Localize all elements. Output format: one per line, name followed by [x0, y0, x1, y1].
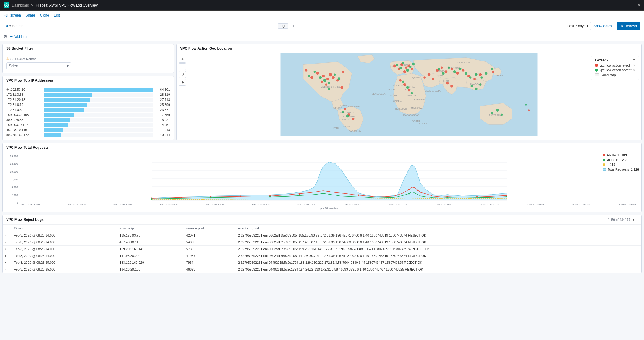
svg-point-146 [408, 193, 410, 195]
share-link[interactable]: Share [26, 13, 35, 17]
ip-row: 172.31.20.131 27,113 [6, 98, 170, 102]
refresh-icon: ↻ [620, 24, 623, 28]
time-range-chevron-icon: ▾ [587, 24, 588, 28]
time-cell: Feb 3, 2020 @ 08:25:25.000 [12, 266, 117, 273]
ip-address: 172.31.0.6 [6, 108, 42, 111]
legend-accept-close-icon[interactable]: × [633, 68, 635, 72]
svg-point-132 [299, 193, 300, 195]
time-range-picker[interactable]: Last 7 days ▾ [565, 22, 591, 30]
edit-link[interactable]: Edit [54, 13, 60, 17]
legend-menu-icon[interactable]: ≡ [633, 58, 635, 62]
ip-count: 10,244 [155, 133, 170, 137]
hash-icon[interactable]: # [6, 24, 8, 28]
expand-col-header [3, 225, 12, 232]
svg-point-133 [329, 191, 330, 192]
map-zoom-out-button[interactable]: − [179, 63, 186, 70]
svg-point-109 [479, 83, 482, 86]
row-expand-button[interactable]: › [3, 232, 12, 239]
field-chevron-icon[interactable]: ▾ [9, 24, 11, 27]
table-row: › Feb 3, 2020 @ 08:26:14.000 141.98.80.2… [3, 252, 641, 259]
settings-icon[interactable]: ⚙ [4, 34, 7, 39]
ip-bar-container [44, 133, 153, 137]
row-expand-button[interactable]: › [3, 252, 12, 259]
svg-point-130 [240, 196, 241, 197]
sort-icon: ↑ [22, 227, 24, 230]
ip-count: 28,319 [155, 93, 170, 96]
row-expand-button[interactable]: › [3, 259, 12, 266]
legend-reject: vpc flow action reject × [595, 64, 635, 67]
svg-point-119 [528, 109, 530, 111]
svg-point-95 [412, 63, 415, 66]
svg-point-76 [352, 118, 355, 120]
map-reset-button[interactable]: ↺ [179, 71, 186, 78]
add-filter-button[interactable]: + + Add filter [10, 35, 27, 39]
time-col-header[interactable]: Time ↑ [12, 225, 117, 232]
ip-bar [44, 108, 84, 112]
ip-address: 94.102.53.10 [6, 88, 42, 91]
clone-link[interactable]: Clone [40, 13, 49, 17]
svg-text:SAUDI ARABIA: SAUDI ARABIA [425, 90, 441, 92]
svg-point-107 [471, 85, 473, 87]
svg-point-148 [506, 196, 507, 197]
ips-panel: VPC Flow Top IP Addresses 94.102.53.10 6… [2, 76, 174, 140]
svg-point-43 [326, 78, 329, 80]
svg-point-92 [402, 62, 404, 64]
map-panel-title: VPC Flow Action Geo Location [180, 46, 638, 51]
logs-header: VPC Flow Reject Logs 1–50 of 434177 ‹ › [3, 215, 641, 225]
kql-badge[interactable]: KQL [278, 23, 288, 29]
source-port-col-header[interactable]: source.port [184, 225, 236, 232]
search-field[interactable]: # ▾ [4, 22, 275, 30]
ip-row: 89.248.162.172 10,244 [6, 133, 170, 137]
ip-row: 159.203.39.198 17,859 [6, 113, 170, 117]
s3-panel-header: S3 Bucket Filter [3, 44, 174, 53]
ip-address: 172.31.3.58 [6, 93, 42, 96]
s3-select[interactable]: Select... ▾ [6, 62, 71, 69]
search-input[interactable] [12, 24, 273, 28]
row-expand-button[interactable]: › [3, 266, 12, 273]
event-cell: 2 627959692251 eni-0602af165e359105f 185… [236, 232, 641, 239]
next-page-button[interactable]: › [636, 217, 638, 222]
s3-bucket-panel: S3 Bucket Filter ⚠ S3 Bucket Names Selec… [2, 44, 174, 73]
svg-point-116 [406, 86, 409, 89]
map-panel: VPC Flow Action Geo Location + − ↺ ⊕ [176, 44, 642, 140]
time-cell: Feb 3, 2020 @ 08:26:14.000 [12, 246, 117, 252]
prev-page-button[interactable]: ‹ [633, 217, 634, 222]
map-zoom-in-button[interactable]: + [179, 56, 186, 63]
svg-point-113 [342, 111, 344, 113]
filter-icon[interactable]: ⬡ [291, 24, 294, 28]
close-button[interactable]: × [638, 3, 640, 8]
source-ip-col-header[interactable]: source.ip [117, 225, 184, 232]
svg-point-137 [417, 190, 419, 191]
ip-bar-container [44, 118, 153, 122]
row-expand-button[interactable]: › [3, 246, 12, 252]
svg-point-91 [399, 67, 402, 69]
svg-point-110 [491, 112, 493, 114]
svg-point-105 [485, 72, 488, 75]
show-dates-button[interactable]: Show dates [593, 24, 612, 28]
svg-point-66 [462, 69, 465, 72]
svg-point-134 [358, 195, 360, 196]
event-original-col-header[interactable]: event.original [236, 225, 641, 232]
per-label: per 60 minutes [20, 207, 638, 210]
svg-text:BOLIVIA: BOLIVIA [342, 125, 351, 128]
legend-reject-close-icon[interactable]: × [633, 64, 635, 67]
fullscreen-link[interactable]: Full screen [4, 13, 21, 17]
svg-point-45 [321, 81, 323, 83]
ip-bar [44, 128, 63, 132]
svg-point-60 [403, 70, 406, 73]
row-expand-button[interactable]: › [3, 239, 12, 246]
svg-point-57 [405, 66, 407, 69]
svg-point-139 [476, 196, 478, 198]
ip-row: 94.102.53.10 64,501 [6, 88, 170, 92]
x-axis-labels: 2020-01-27 12:00 2020-01-28 00:00 2020-0… [20, 203, 638, 206]
svg-point-97 [442, 72, 445, 75]
svg-point-46 [332, 76, 335, 79]
legend-reject: REJECT 883 [603, 153, 639, 157]
breadcrumb-dashboard[interactable]: Dashboard [12, 3, 29, 7]
refresh-button[interactable]: ↻ Refresh [617, 22, 640, 30]
svg-point-64 [451, 68, 453, 70]
source-port-cell: 42071 [184, 232, 236, 239]
content-area: S3 Bucket Filter ⚠ S3 Bucket Names Selec… [0, 41, 644, 276]
svg-point-80 [446, 82, 449, 85]
map-crosshair-button[interactable]: ⊕ [179, 79, 186, 86]
